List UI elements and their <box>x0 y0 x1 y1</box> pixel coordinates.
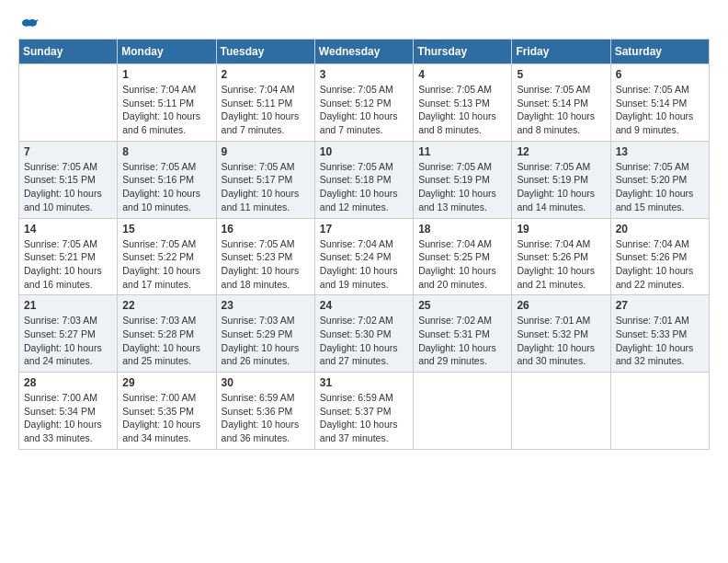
day-number: 21 <box>24 299 112 312</box>
day-number: 14 <box>24 223 112 236</box>
day-number: 27 <box>616 299 704 312</box>
day-number: 16 <box>222 223 310 236</box>
day-number: 10 <box>320 145 408 158</box>
column-header-friday: Friday <box>512 40 610 64</box>
day-info: Sunrise: 6:59 AM Sunset: 5:36 PM Dayligh… <box>222 391 310 445</box>
calendar-table: SundayMondayTuesdayWednesdayThursdayFrid… <box>18 39 710 450</box>
day-info: Sunrise: 7:05 AM Sunset: 5:14 PM Dayligh… <box>616 83 704 137</box>
day-info: Sunrise: 7:05 AM Sunset: 5:13 PM Dayligh… <box>418 83 506 137</box>
day-info: Sunrise: 7:05 AM Sunset: 5:18 PM Dayligh… <box>320 160 408 214</box>
calendar-cell <box>610 373 709 450</box>
day-info: Sunrise: 7:04 AM Sunset: 5:25 PM Dayligh… <box>418 237 506 292</box>
logo <box>18 18 39 29</box>
day-info: Sunrise: 7:05 AM Sunset: 5:14 PM Dayligh… <box>517 83 605 137</box>
day-number: 26 <box>517 299 605 312</box>
calendar-cell: 18Sunrise: 7:04 AM Sunset: 5:25 PM Dayli… <box>414 218 512 295</box>
day-info: Sunrise: 7:02 AM Sunset: 5:31 PM Dayligh… <box>418 314 506 368</box>
day-info: Sunrise: 7:04 AM Sunset: 5:11 PM Dayligh… <box>222 83 310 137</box>
calendar-week-row: 7Sunrise: 7:05 AM Sunset: 5:15 PM Daylig… <box>19 141 710 218</box>
day-info: Sunrise: 7:05 AM Sunset: 5:19 PM Dayligh… <box>517 160 605 214</box>
day-number: 2 <box>222 68 310 81</box>
day-info: Sunrise: 7:05 AM Sunset: 5:20 PM Dayligh… <box>616 160 704 214</box>
calendar-cell <box>512 373 610 450</box>
day-info: Sunrise: 7:03 AM Sunset: 5:27 PM Dayligh… <box>24 314 112 368</box>
day-info: Sunrise: 7:03 AM Sunset: 5:28 PM Dayligh… <box>122 314 210 368</box>
calendar-cell: 16Sunrise: 7:05 AM Sunset: 5:23 PM Dayli… <box>216 218 314 295</box>
calendar-cell: 30Sunrise: 6:59 AM Sunset: 5:36 PM Dayli… <box>216 373 314 450</box>
day-info: Sunrise: 7:04 AM Sunset: 5:11 PM Dayligh… <box>122 83 210 137</box>
day-info: Sunrise: 7:02 AM Sunset: 5:30 PM Dayligh… <box>320 314 408 368</box>
day-info: Sunrise: 7:04 AM Sunset: 5:26 PM Dayligh… <box>517 237 605 292</box>
calendar-cell: 17Sunrise: 7:04 AM Sunset: 5:24 PM Dayli… <box>314 218 413 295</box>
calendar-cell: 26Sunrise: 7:01 AM Sunset: 5:32 PM Dayli… <box>512 295 610 373</box>
calendar-cell: 23Sunrise: 7:03 AM Sunset: 5:29 PM Dayli… <box>216 295 314 373</box>
logo-bird-icon <box>20 18 39 33</box>
calendar-cell: 22Sunrise: 7:03 AM Sunset: 5:28 PM Dayli… <box>118 295 216 373</box>
calendar-week-row: 14Sunrise: 7:05 AM Sunset: 5:21 PM Dayli… <box>19 218 710 295</box>
day-number: 24 <box>320 299 408 312</box>
calendar-cell: 15Sunrise: 7:05 AM Sunset: 5:22 PM Dayli… <box>118 218 216 295</box>
column-header-monday: Monday <box>118 40 216 64</box>
column-header-wednesday: Wednesday <box>314 40 413 64</box>
calendar-cell: 8Sunrise: 7:05 AM Sunset: 5:16 PM Daylig… <box>118 141 216 218</box>
calendar-cell: 20Sunrise: 7:04 AM Sunset: 5:26 PM Dayli… <box>610 218 709 295</box>
day-info: Sunrise: 7:05 AM Sunset: 5:22 PM Dayligh… <box>122 237 210 292</box>
day-info: Sunrise: 7:05 AM Sunset: 5:21 PM Dayligh… <box>24 237 112 292</box>
day-number: 18 <box>418 223 506 236</box>
calendar-cell: 24Sunrise: 7:02 AM Sunset: 5:30 PM Dayli… <box>314 295 413 373</box>
day-number: 13 <box>616 145 704 158</box>
calendar-cell: 6Sunrise: 7:05 AM Sunset: 5:14 PM Daylig… <box>610 64 709 142</box>
day-info: Sunrise: 7:05 AM Sunset: 5:19 PM Dayligh… <box>418 160 506 214</box>
day-number: 31 <box>320 376 408 389</box>
day-number: 11 <box>418 145 506 158</box>
day-number: 4 <box>418 68 506 81</box>
day-number: 6 <box>616 68 704 81</box>
day-info: Sunrise: 7:05 AM Sunset: 5:15 PM Dayligh… <box>24 160 112 214</box>
calendar-cell: 21Sunrise: 7:03 AM Sunset: 5:27 PM Dayli… <box>19 295 118 373</box>
day-number: 17 <box>320 223 408 236</box>
day-info: Sunrise: 7:04 AM Sunset: 5:24 PM Dayligh… <box>320 237 408 292</box>
day-number: 12 <box>517 145 605 158</box>
day-number: 23 <box>222 299 310 312</box>
calendar-cell: 7Sunrise: 7:05 AM Sunset: 5:15 PM Daylig… <box>19 141 118 218</box>
day-number: 5 <box>517 68 605 81</box>
calendar-cell: 12Sunrise: 7:05 AM Sunset: 5:19 PM Dayli… <box>512 141 610 218</box>
calendar-cell: 11Sunrise: 7:05 AM Sunset: 5:19 PM Dayli… <box>414 141 512 218</box>
day-info: Sunrise: 7:05 AM Sunset: 5:17 PM Dayligh… <box>222 160 310 214</box>
column-header-sunday: Sunday <box>19 40 118 64</box>
day-info: Sunrise: 7:05 AM Sunset: 5:12 PM Dayligh… <box>320 83 408 137</box>
calendar-week-row: 1Sunrise: 7:04 AM Sunset: 5:11 PM Daylig… <box>19 64 710 142</box>
calendar-cell: 25Sunrise: 7:02 AM Sunset: 5:31 PM Dayli… <box>414 295 512 373</box>
calendar-cell: 27Sunrise: 7:01 AM Sunset: 5:33 PM Dayli… <box>610 295 709 373</box>
calendar-cell: 3Sunrise: 7:05 AM Sunset: 5:12 PM Daylig… <box>314 64 413 142</box>
page-header <box>18 18 710 29</box>
day-number: 30 <box>222 376 310 389</box>
calendar-cell: 28Sunrise: 7:00 AM Sunset: 5:34 PM Dayli… <box>19 373 118 450</box>
day-number: 22 <box>122 299 210 312</box>
day-info: Sunrise: 7:05 AM Sunset: 5:23 PM Dayligh… <box>222 237 310 292</box>
day-number: 19 <box>517 223 605 236</box>
day-info: Sunrise: 7:01 AM Sunset: 5:32 PM Dayligh… <box>517 314 605 368</box>
day-number: 9 <box>222 145 310 158</box>
calendar-week-row: 28Sunrise: 7:00 AM Sunset: 5:34 PM Dayli… <box>19 373 710 450</box>
column-header-saturday: Saturday <box>610 40 709 64</box>
day-number: 1 <box>122 68 210 81</box>
day-number: 3 <box>320 68 408 81</box>
calendar-cell: 5Sunrise: 7:05 AM Sunset: 5:14 PM Daylig… <box>512 64 610 142</box>
calendar-week-row: 21Sunrise: 7:03 AM Sunset: 5:27 PM Dayli… <box>19 295 710 373</box>
day-info: Sunrise: 7:00 AM Sunset: 5:34 PM Dayligh… <box>24 391 112 445</box>
calendar-cell: 29Sunrise: 7:00 AM Sunset: 5:35 PM Dayli… <box>118 373 216 450</box>
calendar-cell <box>414 373 512 450</box>
calendar-cell: 31Sunrise: 6:59 AM Sunset: 5:37 PM Dayli… <box>314 373 413 450</box>
day-number: 8 <box>122 145 210 158</box>
calendar-cell: 13Sunrise: 7:05 AM Sunset: 5:20 PM Dayli… <box>610 141 709 218</box>
day-number: 7 <box>24 145 112 158</box>
calendar-header-row: SundayMondayTuesdayWednesdayThursdayFrid… <box>19 40 710 64</box>
day-number: 15 <box>122 223 210 236</box>
day-number: 29 <box>122 376 210 389</box>
day-info: Sunrise: 7:00 AM Sunset: 5:35 PM Dayligh… <box>122 391 210 445</box>
column-header-thursday: Thursday <box>414 40 512 64</box>
calendar-cell: 4Sunrise: 7:05 AM Sunset: 5:13 PM Daylig… <box>414 64 512 142</box>
day-info: Sunrise: 7:01 AM Sunset: 5:33 PM Dayligh… <box>616 314 704 368</box>
day-number: 28 <box>24 376 112 389</box>
